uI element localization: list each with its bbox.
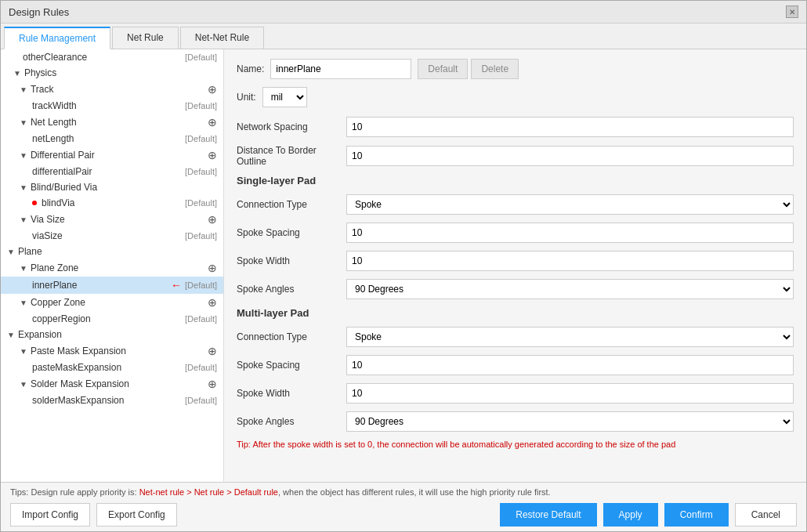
multi-spoke-width-label: Spoke Width — [237, 388, 346, 399]
single-spoke-width-row: Spoke Width — [237, 251, 794, 271]
confirm-button[interactable]: Confirm — [664, 503, 729, 527]
single-spoke-angles-row: Spoke Angles 90 Degrees 45 Degrees — [237, 279, 794, 299]
delete-button[interactable]: Delete — [471, 59, 519, 79]
single-spoke-width-input[interactable] — [346, 251, 794, 271]
tree-item-paste-mask-exp-val[interactable]: pasteMaskExpansion [Default] — [1, 360, 223, 375]
single-connection-type-select[interactable]: Spoke Direct — [346, 194, 794, 215]
paste-mask-exp-add-icon[interactable]: ⊕ — [208, 345, 217, 357]
multi-spoke-spacing-input[interactable] — [346, 355, 794, 375]
tree-item-track[interactable]: ▼ Track ⊕ — [1, 81, 223, 98]
tree-item-solder-mask-exp[interactable]: ▼ Solder Mask Expansion ⊕ — [1, 375, 223, 393]
physics-expand-icon: ▼ — [13, 69, 21, 78]
tree-item-other-clearance[interactable]: otherClearance [Default] — [1, 49, 223, 65]
tree-item-net-length-val[interactable]: netLength [Default] — [1, 131, 223, 147]
via-size-expand-icon: ▼ — [20, 215, 27, 224]
solder-mask-exp-val-label: solderMaskExpansion — [32, 395, 124, 406]
single-spoke-angles-select[interactable]: 90 Degrees 45 Degrees — [346, 279, 794, 299]
diff-pair-expand-icon: ▼ — [20, 151, 27, 160]
tips-bottom-text: Tips: Design rule apply priority is: Net… — [10, 487, 551, 497]
export-config-button[interactable]: Export Config — [96, 503, 177, 527]
multi-connection-type-select[interactable]: Spoke Direct — [346, 327, 794, 347]
net-length-add-icon[interactable]: ⊕ — [208, 116, 217, 128]
multi-spoke-angles-row: Spoke Angles 90 Degrees 45 Degrees — [237, 411, 794, 432]
other-clearance-tag: [Default] — [185, 52, 217, 62]
tip-content: Tip: After the spoke width is set to 0, … — [237, 440, 675, 449]
tree-item-physics[interactable]: ▼ Physics — [1, 65, 223, 81]
tree-item-plane[interactable]: ▼ Plane — [1, 244, 223, 259]
solder-mask-exp-expand-icon: ▼ — [20, 380, 27, 389]
tree-item-net-length[interactable]: ▼ Net Length ⊕ — [1, 114, 223, 131]
close-button[interactable]: ✕ — [786, 5, 798, 18]
copper-zone-label: Copper Zone — [31, 297, 85, 308]
tree-item-solder-mask-exp-val[interactable]: solderMaskExpansion [Default] — [1, 393, 223, 408]
copper-region-label: copperRegion — [32, 313, 91, 324]
distance-border-input[interactable] — [346, 146, 794, 166]
single-spoke-spacing-input[interactable] — [346, 223, 794, 243]
copper-zone-expand-icon: ▼ — [20, 299, 27, 307]
single-connection-type-row: Connection Type Spoke Direct — [237, 194, 794, 215]
solder-mask-exp-label: Solder Mask Expansion — [31, 378, 129, 389]
unit-select[interactable]: mil mm inch — [262, 87, 307, 107]
tree-item-via-size[interactable]: ▼ Via Size ⊕ — [1, 211, 223, 228]
inner-plane-label: innerPlane — [32, 280, 77, 291]
left-panel: otherClearance [Default] ▼ Physics ▼ Tra… — [1, 49, 224, 482]
net-length-val-label: netLength — [32, 133, 74, 144]
tree-item-paste-mask-exp[interactable]: ▼ Paste Mask Expansion ⊕ — [1, 342, 223, 360]
solder-mask-exp-val-tag: [Default] — [185, 396, 217, 405]
default-button[interactable]: Default — [418, 59, 468, 79]
design-rules-window: Design Rules ✕ Rule Management Net Rule … — [0, 0, 807, 532]
expansion-expand-icon: ▼ — [7, 331, 15, 339]
multi-layer-pad-title: Multi-layer Pad — [237, 307, 794, 319]
net-length-label: Net Length — [31, 117, 77, 128]
tree-item-diff-pair-val[interactable]: differentialPair [Default] — [1, 164, 223, 179]
via-size-add-icon[interactable]: ⊕ — [208, 213, 217, 226]
network-spacing-input[interactable] — [346, 117, 794, 137]
restore-default-button[interactable]: Restore Default — [500, 503, 596, 527]
tab-net-rule[interactable]: Net Rule — [112, 27, 179, 49]
copper-zone-add-icon[interactable]: ⊕ — [208, 296, 217, 309]
track-add-icon[interactable]: ⊕ — [208, 83, 217, 96]
tree-item-blind-buried-via[interactable]: ▼ Blind/Buried Via — [1, 179, 223, 195]
multi-spoke-width-row: Spoke Width — [237, 383, 794, 404]
main-content: otherClearance [Default] ▼ Physics ▼ Tra… — [1, 49, 806, 482]
expansion-label: Expansion — [18, 329, 62, 340]
track-expand-icon: ▼ — [20, 85, 27, 94]
tree-item-diff-pair[interactable]: ▼ Differential Pair ⊕ — [1, 147, 223, 164]
plane-expand-icon: ▼ — [7, 248, 15, 256]
tree-item-plane-zone[interactable]: ▼ Plane Zone ⊕ — [1, 259, 223, 277]
diff-pair-add-icon[interactable]: ⊕ — [208, 149, 217, 161]
diff-pair-val-label: differentialPair — [32, 166, 92, 177]
solder-mask-exp-add-icon[interactable]: ⊕ — [208, 378, 217, 390]
track-label: Track — [31, 84, 54, 95]
blind-via-bullet — [32, 201, 37, 205]
paste-mask-exp-val-tag: [Default] — [185, 363, 217, 372]
tree-item-track-width[interactable]: trackWidth [Default] — [1, 98, 223, 114]
single-spoke-spacing-row: Spoke Spacing — [237, 223, 794, 243]
multi-spoke-angles-select[interactable]: 90 Degrees 45 Degrees — [346, 411, 794, 432]
apply-button[interactable]: Apply — [603, 503, 658, 527]
tree-item-blind-via[interactable]: blindVia [Default] — [1, 195, 223, 211]
physics-label: Physics — [24, 67, 56, 78]
network-spacing-label: Network Spacing — [237, 121, 346, 132]
multi-spoke-angles-label: Spoke Angles — [237, 416, 346, 427]
tab-net-net-rule[interactable]: Net-Net Rule — [180, 27, 264, 49]
tab-rule-management[interactable]: Rule Management — [4, 27, 110, 49]
other-clearance-label: otherClearance — [23, 52, 87, 63]
track-width-label: trackWidth — [32, 100, 77, 111]
inner-plane-arrow-icon: ← — [171, 279, 182, 291]
tree-item-expansion[interactable]: ▼ Expansion — [1, 327, 223, 342]
track-width-tag: [Default] — [185, 101, 217, 110]
cancel-button[interactable]: Cancel — [735, 503, 797, 527]
name-input[interactable] — [270, 59, 411, 79]
tree-item-via-size-val[interactable]: viaSize [Default] — [1, 228, 223, 244]
tree-item-copper-region[interactable]: copperRegion [Default] — [1, 311, 223, 327]
import-config-button[interactable]: Import Config — [10, 503, 90, 527]
net-length-val-tag: [Default] — [185, 134, 217, 143]
plane-zone-add-icon[interactable]: ⊕ — [208, 262, 217, 274]
plane-label: Plane — [18, 246, 42, 257]
multi-spoke-width-input[interactable] — [346, 383, 794, 404]
single-spoke-angles-label: Spoke Angles — [237, 284, 346, 295]
blind-buried-via-expand-icon: ▼ — [20, 183, 27, 192]
tree-item-inner-plane[interactable]: innerPlane ← [Default] — [1, 277, 223, 294]
tree-item-copper-zone[interactable]: ▼ Copper Zone ⊕ — [1, 294, 223, 311]
